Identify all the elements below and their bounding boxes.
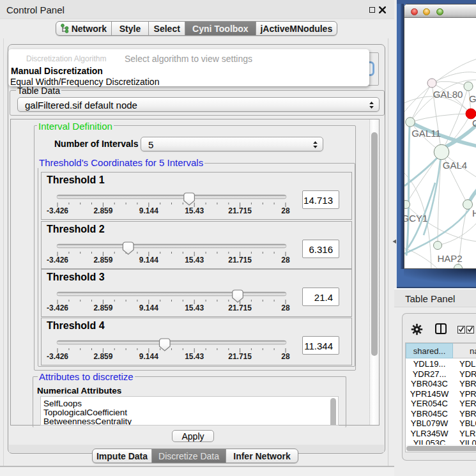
svg-text:28: 28 xyxy=(281,352,290,361)
svg-text:2.859: 2.859 xyxy=(93,206,112,215)
svg-text:-3.426: -3.426 xyxy=(47,352,68,361)
svg-text:28: 28 xyxy=(281,256,290,265)
svg-text:GAL4: GAL4 xyxy=(443,160,467,171)
svg-text:15.43: 15.43 xyxy=(185,303,204,312)
svg-text:GCY1: GCY1 xyxy=(404,213,427,224)
svg-text:21.715: 21.715 xyxy=(228,303,252,312)
svg-text:C: C xyxy=(472,118,476,128)
svg-text:GAL11: GAL11 xyxy=(411,128,441,139)
svg-text:21.715: 21.715 xyxy=(228,206,252,215)
svg-text:21.715: 21.715 xyxy=(228,256,252,265)
svg-text:28: 28 xyxy=(281,206,290,215)
svg-text:H: H xyxy=(472,208,476,219)
svg-text:9.144: 9.144 xyxy=(139,303,158,312)
svg-text:9.144: 9.144 xyxy=(139,256,158,265)
svg-text:9.144: 9.144 xyxy=(139,206,158,215)
svg-text:15.43: 15.43 xyxy=(185,206,204,215)
svg-text:15.43: 15.43 xyxy=(185,352,204,361)
svg-text:-3.426: -3.426 xyxy=(47,206,68,215)
svg-text:21.715: 21.715 xyxy=(228,352,252,361)
svg-text:9.144: 9.144 xyxy=(139,352,158,361)
svg-text:HAP2: HAP2 xyxy=(437,253,462,264)
svg-text:2.859: 2.859 xyxy=(93,352,112,361)
svg-text:15.43: 15.43 xyxy=(185,256,204,265)
svg-text:2.859: 2.859 xyxy=(93,303,112,312)
svg-text:GAL80: GAL80 xyxy=(433,89,463,100)
svg-text:28: 28 xyxy=(281,303,290,312)
svg-text:GA: GA xyxy=(469,93,476,104)
svg-text:2.859: 2.859 xyxy=(93,256,112,265)
svg-text:-3.426: -3.426 xyxy=(47,303,68,312)
svg-text:-3.426: -3.426 xyxy=(47,256,68,265)
